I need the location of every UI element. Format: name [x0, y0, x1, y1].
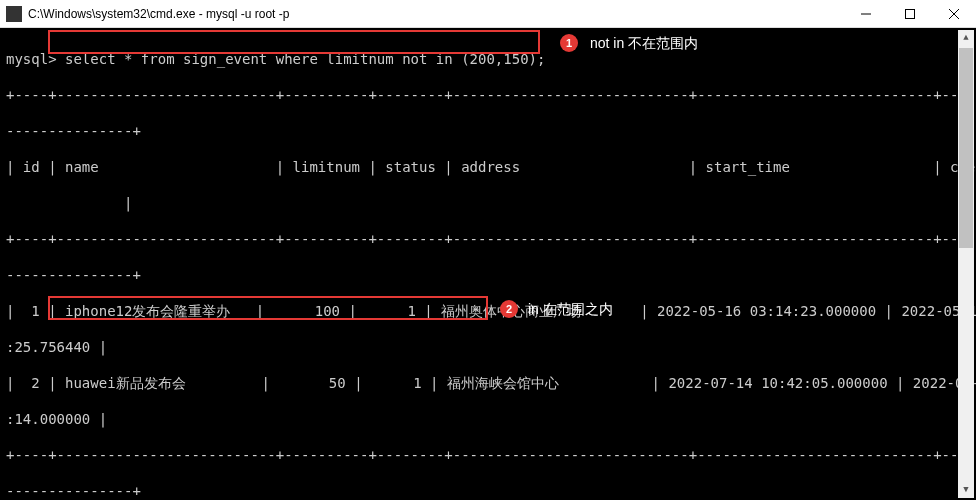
cmd-icon	[6, 6, 22, 22]
table-divider: +----+--------------------------+-------…	[6, 230, 970, 248]
scrollbar-thumb[interactable]	[959, 48, 973, 248]
annotation-badge-2: 2	[500, 300, 518, 318]
table-row: | 2 | huawei新品发布会 | 50 | 1 | 福州海峡会馆中心 | …	[6, 374, 970, 392]
table-header-cont: |	[6, 194, 970, 212]
maximize-button[interactable]	[888, 0, 932, 28]
table-header: | id | name | limitnum | status | addres…	[6, 158, 970, 176]
table-row: | 1 | iphone12发布会隆重举办 | 100 | 1 | 福州奥体中心…	[6, 302, 970, 320]
minimize-button[interactable]	[844, 0, 888, 28]
table-row-cont: :14.000000 |	[6, 410, 970, 428]
window-controls	[844, 0, 976, 28]
scrollbar-up-arrow[interactable]: ▲	[958, 30, 974, 46]
table-row-cont: :25.756440 |	[6, 338, 970, 356]
close-button[interactable]	[932, 0, 976, 28]
annotation-text-1: not in 不在范围内	[590, 34, 698, 52]
annotation-badge-1: 1	[560, 34, 578, 52]
sql-query-1: select * from sign_event where limitnum …	[57, 51, 546, 67]
scrollbar-down-arrow[interactable]: ▼	[958, 482, 974, 498]
svg-rect-1	[906, 9, 915, 18]
window-title: C:\Windows\system32\cmd.exe - mysql -u r…	[28, 7, 844, 21]
table-divider-cont: ---------------+	[6, 122, 970, 140]
vertical-scrollbar[interactable]: ▲ ▼	[958, 30, 974, 498]
mysql-prompt: mysql>	[6, 51, 57, 67]
table-divider: +----+--------------------------+-------…	[6, 446, 970, 464]
table-divider-cont: ---------------+	[6, 266, 970, 284]
terminal-output[interactable]: mysql> select * from sign_event where li…	[0, 28, 976, 500]
table-divider: +----+--------------------------+-------…	[6, 86, 970, 104]
annotation-text-2: in 在范围之内	[528, 300, 613, 318]
window-titlebar: C:\Windows\system32\cmd.exe - mysql -u r…	[0, 0, 976, 28]
table-divider-cont: ---------------+	[6, 482, 970, 500]
